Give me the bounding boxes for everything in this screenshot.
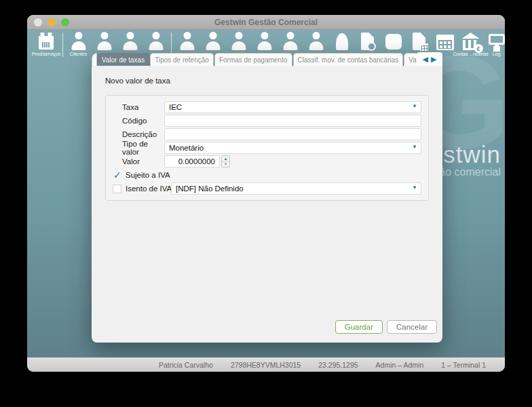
tab[interactable]: Vales de descon: [404, 53, 417, 66]
codigo-row: Código: [113, 115, 421, 127]
toolbar-button-label: Contas ...ncárias: [453, 52, 489, 57]
sujeito-a-iva-row: ✓ Sujeito a IVA: [113, 169, 421, 181]
tab-scroll-buttons: ◀ ▶: [417, 52, 442, 66]
descricao-label: Descrição: [113, 130, 164, 138]
app-window: Gestwin Gestão Comercial € Prod/serviços…: [27, 15, 505, 372]
toolbar-button[interactable]: €: [60, 32, 65, 57]
rounded-square-icon: €: [383, 32, 404, 51]
status-item: Admin – Admin: [376, 361, 424, 369]
monitor-icon: €: [487, 32, 506, 51]
chevron-down-icon: ▼: [412, 185, 417, 191]
tab-scroll-left-icon[interactable]: ◀: [423, 56, 428, 63]
status-item: Patricia Carvalho: [159, 361, 213, 369]
guardar-button[interactable]: Guardar: [335, 320, 383, 334]
person-icon: €: [146, 32, 166, 51]
calendar-icon: €: [435, 32, 455, 51]
isento-de-iva-row: ✓ Isento de IVA [NDF] Não Definido ▼: [113, 182, 421, 195]
tab[interactable]: Formas de pagamento: [214, 53, 292, 66]
taxa-label: Taxa: [113, 103, 164, 111]
partial-tab-edge: [92, 53, 97, 66]
taxa-row: Taxa IEC ▼: [113, 101, 421, 113]
products-bag-icon: €: [36, 32, 56, 51]
codigo-input[interactable]: [164, 115, 421, 127]
tax-form-group: Taxa IEC ▼ Código Descrição: [105, 95, 429, 201]
stepper-up-icon[interactable]: ▲: [222, 156, 229, 161]
tab-scroll-right-icon[interactable]: ▶: [431, 56, 436, 63]
sujeito-a-iva-checkbox[interactable]: ✓: [113, 171, 121, 180]
tab[interactable]: Classif. mov. de contas bancárias: [293, 53, 404, 66]
toolbar-button-label: Prod/serviços: [32, 52, 60, 57]
minimize-button[interactable]: [48, 18, 56, 26]
euro-badge-icon: €: [474, 44, 483, 53]
valor-de-taxa-dialog: Valor de taxasTipos de retençãoFormas de…: [92, 52, 442, 343]
person-icon: €: [94, 32, 115, 51]
status-item: 1 – Terminal 1: [441, 361, 486, 369]
tab[interactable]: Valor de taxas: [97, 53, 149, 66]
status-item: 23.295.1295: [318, 361, 358, 369]
person-icon: €: [203, 32, 223, 51]
isento-de-iva-label: Isento de IVA: [126, 185, 171, 193]
checkmark-icon: ✓: [113, 170, 121, 180]
person-icon: €: [69, 32, 89, 51]
toolbar-separator: €: [62, 33, 63, 57]
isento-de-iva-checkbox[interactable]: ✓: [113, 185, 121, 193]
section-title: Novo valor de taxa: [105, 77, 170, 85]
descricao-row: Descrição: [113, 128, 421, 140]
status-bar: Patricia Carvalho2798HE8YVMLH301523.295.…: [27, 357, 505, 372]
tipo-de-valor-row: Tipo de valor Monetário ▼: [113, 142, 421, 154]
zoom-button[interactable]: [61, 18, 69, 26]
valor-input[interactable]: 0.0000000: [164, 155, 220, 168]
bell-icon: €: [332, 32, 352, 51]
sujeito-a-iva-label: Sujeito a IVA: [126, 171, 170, 179]
isento-de-iva-dropdown[interactable]: [NDF] Não Definido ▼: [171, 182, 421, 195]
document-calc-icon: €: [409, 32, 430, 51]
dialog-body: Novo valor de taxa Taxa IEC ▼ Código: [92, 66, 442, 343]
person-icon: €: [177, 32, 197, 51]
dialog-buttons: Guardar Cancelar: [335, 320, 437, 334]
toolbar-button-label: Log: [493, 52, 501, 57]
valor-label: Valor: [113, 157, 164, 166]
toolbar-button[interactable]: € Prod/serviços: [33, 32, 60, 57]
codigo-label: Código: [113, 117, 164, 125]
close-button[interactable]: [34, 18, 42, 26]
document-clock-icon: €: [358, 32, 378, 51]
toolbar-button[interactable]: € Contas ...ncárias: [458, 32, 483, 57]
window-title: Gestwin Gestão Comercial: [214, 18, 318, 27]
chevron-down-icon: ▼: [412, 144, 417, 150]
tab-strip: Valor de taxasTipos de retençãoFormas de…: [92, 52, 442, 66]
tipo-de-valor-label: Tipo de valor: [113, 140, 164, 156]
person-icon: €: [306, 32, 326, 51]
toolbar-button[interactable]: € Clientes: [66, 32, 91, 57]
stepper-down-icon[interactable]: ▼: [222, 161, 229, 168]
person-icon: €: [120, 32, 140, 51]
status-item: 2798HE8YVMLH3015: [231, 361, 301, 369]
chevron-down-icon: ▼: [412, 104, 417, 109]
descricao-input[interactable]: [164, 128, 421, 140]
tabs-scroll-area: Valor de taxasTipos de retençãoFormas de…: [97, 52, 417, 66]
valor-stepper[interactable]: ▲ ▼: [221, 155, 230, 168]
person-icon: €: [254, 32, 275, 51]
toolbar-button-label: Clientes: [70, 52, 87, 57]
toolbar-button[interactable]: € Log: [484, 32, 505, 57]
cancelar-button[interactable]: Cancelar: [387, 320, 437, 334]
valor-row: Valor 0.0000000 ▲ ▼: [113, 155, 421, 168]
tipo-de-valor-dropdown[interactable]: Monetário ▼: [164, 142, 421, 154]
bank-euro-icon: €: [461, 32, 481, 51]
taxa-dropdown[interactable]: IEC ▼: [164, 101, 421, 113]
tab[interactable]: Tipos de retenção: [150, 53, 214, 66]
traffic-lights: [34, 18, 69, 26]
person-icon: €: [229, 32, 249, 51]
person-icon: €: [280, 32, 301, 51]
